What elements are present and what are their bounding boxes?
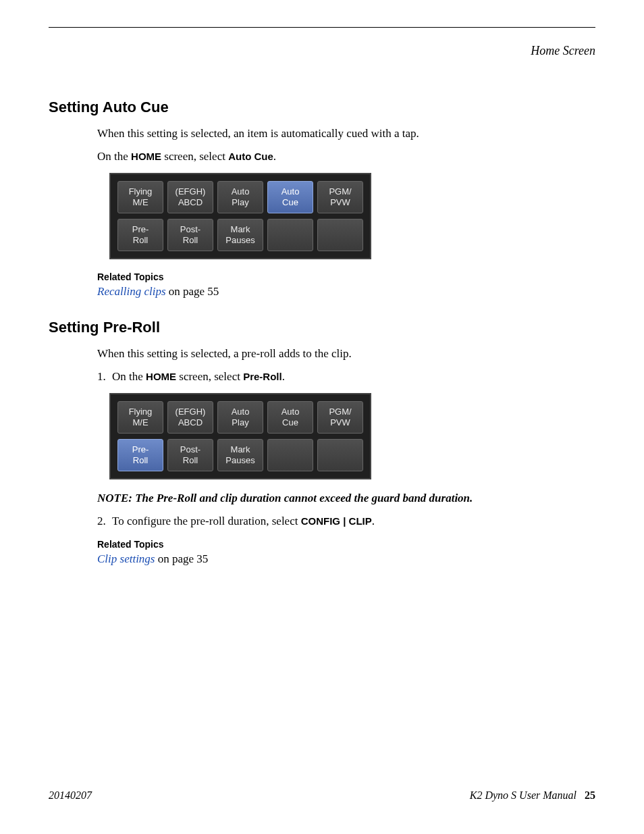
btn-line2: Roll (133, 235, 148, 246)
step-number: 2. (97, 515, 112, 528)
panel-button[interactable]: Post-Roll (167, 219, 213, 251)
panel-button[interactable]: MarkPauses (217, 439, 263, 471)
text: . (372, 515, 375, 527)
home-label: HOME (146, 371, 176, 382)
step-number: 1. (97, 370, 112, 384)
related-topics-link-row: Recalling clips on page 55 (97, 285, 595, 298)
top-divider (49, 27, 595, 28)
note-label: NOTE: (97, 492, 135, 504)
btn-line1: (EFGH) (176, 186, 206, 197)
panel-button[interactable]: (EFGH)ABCD (167, 181, 213, 213)
btn-line2: Play (232, 197, 248, 208)
panel-button[interactable]: AutoPlay (217, 181, 263, 213)
note-body: The Pre-Roll and clip duration cannot ex… (135, 492, 473, 504)
btn-line2: Roll (133, 455, 148, 466)
btn-line1: Flying (129, 407, 153, 417)
btn-line1: Flying (129, 186, 153, 197)
btn-line1: Auto (232, 407, 250, 417)
panel-button[interactable]: AutoCue (267, 181, 313, 213)
btn-line1: Post- (180, 224, 200, 235)
auto-cue-label: Auto Cue (228, 151, 273, 162)
btn-line2: ABCD (178, 197, 203, 208)
heading-auto-cue: Setting Auto Cue (49, 99, 595, 116)
pre-roll-step-1: 1. On the HOME screen, select Pre-Roll. (97, 370, 595, 384)
panel-button[interactable]: Pre-Roll (117, 219, 163, 251)
pre-roll-label: Pre-Roll (243, 371, 282, 382)
heading-pre-roll: Setting Pre-Roll (49, 319, 595, 336)
panel-button[interactable]: MarkPauses (217, 219, 263, 251)
header-section-name: Home Screen (49, 44, 595, 58)
btn-line2: ABCD (178, 417, 203, 428)
text: On the (112, 370, 146, 383)
panel-button[interactable]: AutoPlay (217, 401, 263, 434)
text: screen, select (176, 370, 243, 383)
btn-line1: Mark (231, 224, 250, 235)
auto-cue-step: On the HOME screen, select Auto Cue. (97, 150, 595, 163)
recalling-clips-link[interactable]: Recalling clips (97, 285, 166, 298)
btn-line2: Pauses (225, 455, 254, 466)
panel-button[interactable]: AutoCue (267, 401, 313, 434)
btn-line2: Cue (282, 197, 298, 208)
btn-line2: PVW (330, 197, 350, 208)
panel-button[interactable]: FlyingM/E (117, 181, 163, 213)
text: on page 35 (155, 552, 208, 565)
btn-line1: Pre- (132, 224, 149, 235)
related-topics-heading: Related Topics (97, 539, 595, 550)
btn-line1: Mark (231, 444, 250, 455)
panel-button[interactable]: PGM/PVW (317, 181, 363, 213)
config-clip-label: CONFIG | CLIP (301, 515, 372, 527)
btn-line2: Play (232, 417, 248, 428)
btn-line2: M/E (132, 417, 148, 428)
btn-line2: Pauses (225, 235, 254, 246)
btn-line2: Roll (183, 455, 198, 466)
panel-button[interactable]: PGM/PVW (317, 401, 363, 434)
footer-page-number: 25 (585, 789, 595, 801)
panel-button[interactable]: FlyingM/E (117, 401, 163, 434)
related-topics-link-row: Clip settings on page 35 (97, 552, 595, 566)
text: On the (97, 150, 131, 163)
panel-button[interactable] (267, 219, 313, 251)
btn-line2: Cue (282, 417, 298, 428)
btn-line2: M/E (132, 197, 148, 208)
related-topics-heading: Related Topics (97, 271, 595, 282)
pre-roll-note: NOTE: The Pre-Roll and clip duration can… (97, 492, 595, 505)
btn-line1: Pre- (132, 444, 149, 455)
clip-settings-link[interactable]: Clip settings (97, 552, 155, 565)
footer-manual-name: K2 Dyno S User Manual (470, 789, 576, 801)
panel-button[interactable]: Pre-Roll (117, 439, 163, 471)
btn-line2: PVW (330, 417, 350, 428)
text: screen, select (161, 150, 228, 163)
pre-roll-intro: When this setting is selected, a pre-rol… (97, 347, 595, 361)
btn-line1: (EFGH) (176, 407, 206, 417)
text: on page 55 (166, 285, 219, 298)
text: . (282, 370, 285, 383)
pre-roll-step-2: 2. To configure the pre-roll duration, s… (97, 515, 595, 528)
page-footer: 20140207 K2 Dyno S User Manual 25 (49, 789, 595, 802)
btn-line1: PGM/ (329, 186, 351, 197)
panel-button[interactable]: (EFGH)ABCD (167, 401, 213, 434)
panel-button[interactable] (267, 439, 313, 471)
panel-button[interactable] (317, 439, 363, 471)
btn-line2: Roll (183, 235, 198, 246)
footer-date: 20140207 (49, 789, 92, 802)
btn-line1: PGM/ (329, 407, 351, 417)
panel-button[interactable] (317, 219, 363, 251)
btn-line1: Auto (281, 407, 300, 417)
btn-line1: Post- (180, 444, 200, 455)
auto-cue-intro: When this setting is selected, an item i… (97, 127, 595, 140)
btn-line1: Auto (232, 186, 250, 197)
panel-button[interactable]: Post-Roll (167, 439, 213, 471)
text: To configure the pre-roll duration, sele… (112, 515, 301, 527)
button-panel-2: FlyingM/E(EFGH)ABCDAutoPlayAutoCuePGM/PV… (109, 393, 371, 479)
btn-line1: Auto (281, 186, 300, 197)
button-panel-1: FlyingM/E(EFGH)ABCDAutoPlayAutoCuePGM/PV… (109, 173, 371, 259)
text: . (273, 150, 276, 163)
home-label: HOME (131, 151, 161, 162)
